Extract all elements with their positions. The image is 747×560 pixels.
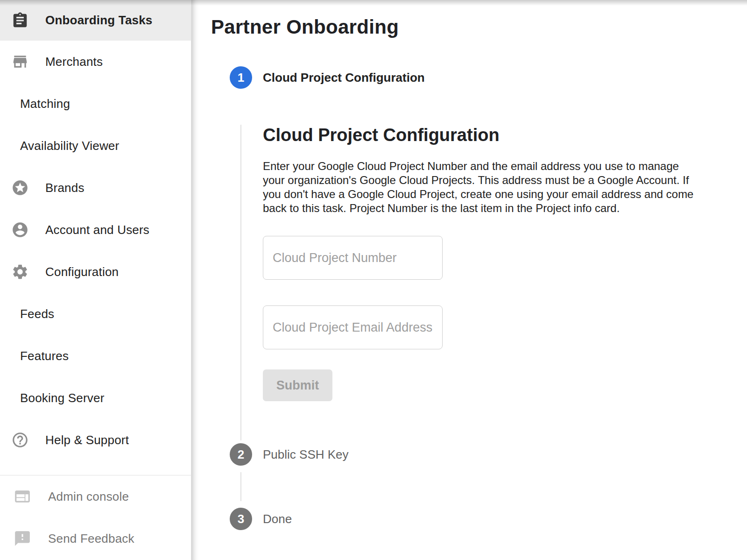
app-window: Onboarding Tasks Merchants Matching Avai… xyxy=(0,0,747,560)
sidebar-item-label: Features xyxy=(20,349,69,363)
gear-icon xyxy=(11,263,29,281)
sidebar-item-admin-console[interactable]: Admin console xyxy=(0,475,191,517)
cloud-project-number-input[interactable] xyxy=(263,236,443,280)
storefront-icon xyxy=(11,53,29,71)
step-2-number-badge: 2 xyxy=(230,443,252,466)
sidebar-item-feeds[interactable]: Feeds xyxy=(0,293,191,335)
step-1-description: Enter your Google Cloud Project Number a… xyxy=(263,159,697,215)
sidebar-item-label: Merchants xyxy=(45,55,103,69)
sidebar-item-merchants[interactable]: Merchants xyxy=(0,41,191,83)
person-circle-icon xyxy=(11,221,29,239)
main-content: Partner Onboarding 1 Cloud Project Confi… xyxy=(191,0,747,560)
step-1-label: Cloud Project Configuration xyxy=(263,71,425,85)
sidebar-item-onboarding-tasks[interactable]: Onboarding Tasks xyxy=(0,0,191,41)
sidebar-item-label: Feeds xyxy=(20,307,54,321)
stepper-connector xyxy=(240,472,241,501)
sidebar-item-features[interactable]: Features xyxy=(0,335,191,377)
sidebar-item-label: Admin console xyxy=(48,489,129,504)
step-3-number-badge: 3 xyxy=(230,508,252,530)
feedback-icon xyxy=(14,530,31,547)
sidebar-item-brands[interactable]: Brands xyxy=(0,167,191,209)
sidebar-item-booking-server[interactable]: Booking Server xyxy=(0,377,191,419)
step-2-label: Public SSH Key xyxy=(263,447,349,462)
sidebar-item-label: Send Feedback xyxy=(48,532,134,546)
sidebar-item-label: Matching xyxy=(20,97,70,111)
assignment-icon xyxy=(11,12,29,29)
step-1-number-badge: 1 xyxy=(230,66,252,89)
step-1-header[interactable]: 1 Cloud Project Configuration xyxy=(191,66,747,89)
sidebar-item-label: Availability Viewer xyxy=(20,139,119,153)
sidebar-item-configuration[interactable]: Configuration xyxy=(0,251,191,293)
onboarding-stepper: 1 Cloud Project Configuration Cloud Proj… xyxy=(191,66,747,530)
sidebar-item-label: Onboarding Tasks xyxy=(45,13,153,28)
sidebar-item-account-and-users[interactable]: Account and Users xyxy=(0,209,191,251)
sidebar-item-label: Configuration xyxy=(45,265,119,279)
cloud-project-email-input[interactable] xyxy=(263,305,443,349)
sidebar-item-label: Account and Users xyxy=(45,223,149,237)
sidebar-item-help-support[interactable]: Help & Support xyxy=(0,419,191,461)
step-3-header[interactable]: 3 Done xyxy=(191,508,747,530)
step-2-header[interactable]: 2 Public SSH Key xyxy=(191,443,747,466)
page-title: Partner Onboarding xyxy=(211,16,747,38)
step-3-label: Done xyxy=(263,512,292,526)
sidebar-item-availability-viewer[interactable]: Availability Viewer xyxy=(0,125,191,167)
sidebar-item-label: Help & Support xyxy=(45,433,129,447)
step-1-heading: Cloud Project Configuration xyxy=(263,125,747,145)
step-1-body: Cloud Project Configuration Enter your G… xyxy=(240,125,747,440)
star-circle-icon xyxy=(11,179,29,197)
sidebar-item-label: Booking Server xyxy=(20,391,105,405)
sidebar-item-label: Brands xyxy=(45,181,85,195)
sidebar-item-matching[interactable]: Matching xyxy=(0,83,191,125)
sidebar: Onboarding Tasks Merchants Matching Avai… xyxy=(0,0,191,560)
submit-button[interactable]: Submit xyxy=(263,369,332,401)
web-console-icon xyxy=(14,488,31,505)
help-icon xyxy=(11,431,29,449)
sidebar-item-send-feedback[interactable]: Send Feedback xyxy=(0,517,191,560)
